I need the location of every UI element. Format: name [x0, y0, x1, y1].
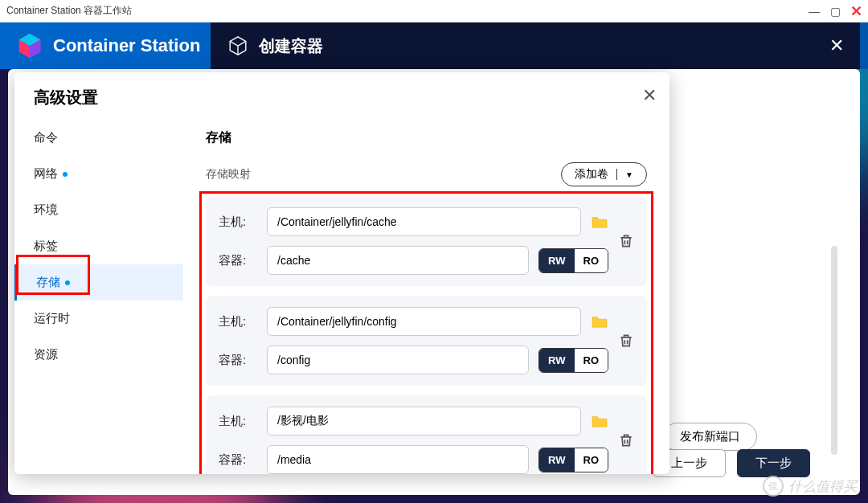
storage-panel-title: 存储 — [206, 129, 647, 146]
settings-close-icon[interactable]: ✕ — [642, 85, 657, 106]
trash-icon[interactable] — [618, 432, 634, 448]
sidebar-item-3[interactable]: 标签 — [14, 228, 183, 264]
host-path-input[interactable] — [267, 207, 581, 236]
maximize-button[interactable]: ▢ — [829, 6, 841, 17]
settings-title: 高级设置 — [14, 72, 669, 120]
next-step-button[interactable]: 下一步 — [737, 449, 810, 477]
window-title: Container Station 容器工作站 — [6, 4, 809, 18]
rwro-toggle: RW RO — [538, 248, 608, 273]
minimize-button[interactable]: — — [809, 6, 820, 17]
dot-indicator-icon — [65, 280, 70, 285]
sidebar-item-label: 网络 — [34, 166, 58, 180]
sidebar-item-label: 资源 — [34, 347, 58, 361]
folder-icon[interactable] — [591, 414, 608, 428]
modal-title: 创建容器 — [259, 35, 829, 57]
close-button[interactable]: ✕ — [850, 6, 862, 17]
folder-icon[interactable] — [591, 215, 608, 229]
ro-button[interactable]: RO — [575, 448, 608, 472]
chevron-down-icon[interactable]: ▼ — [625, 170, 633, 179]
sidebar-item-label: 存储 — [36, 275, 60, 288]
container-label: 容器: — [219, 253, 257, 268]
mapping-row: 主机: 容器: RW RO — [206, 395, 647, 474]
rw-button[interactable]: RW — [539, 349, 574, 372]
scrollbar[interactable] — [831, 246, 837, 455]
mapping-row: 主机: 容器: RW RO — [206, 196, 647, 286]
sidebar-item-label: 运行时 — [34, 311, 70, 325]
sidebar-item-2[interactable]: 环境 — [14, 192, 183, 228]
rwro-toggle: RW RO — [538, 448, 608, 472]
sidebar-item-5[interactable]: 运行时 — [14, 301, 183, 337]
trash-icon[interactable] — [618, 333, 634, 349]
container-label: 容器: — [219, 353, 257, 368]
host-label: 主机: — [219, 314, 257, 329]
sidebar-item-label: 标签 — [34, 239, 58, 252]
mapping-row: 主机: 容器: RW RO — [206, 296, 647, 386]
host-label: 主机: — [219, 414, 257, 429]
watermark: 值 什么值得买 — [763, 476, 857, 497]
ro-button[interactable]: RO — [575, 249, 608, 272]
sidebar-item-0[interactable]: 命令 — [14, 120, 183, 156]
folder-icon[interactable] — [591, 314, 608, 329]
ro-button[interactable]: RO — [575, 349, 608, 372]
rwro-toggle: RW RO — [538, 348, 608, 373]
add-volume-button[interactable]: 添加卷 ▼ — [561, 162, 647, 186]
app-logo-icon — [14, 31, 45, 61]
host-path-input[interactable] — [267, 307, 581, 336]
rw-button[interactable]: RW — [539, 249, 574, 272]
container-path-input[interactable] — [267, 246, 529, 275]
cube-icon — [227, 35, 249, 57]
sidebar-item-6[interactable]: 资源 — [14, 337, 183, 373]
dot-indicator-icon — [63, 172, 68, 177]
container-path-input[interactable] — [267, 346, 529, 374]
divider — [616, 169, 617, 180]
host-path-input[interactable] — [267, 407, 581, 436]
sidebar-item-label: 命令 — [34, 130, 58, 144]
container-path-input[interactable] — [267, 445, 529, 474]
add-volume-label: 添加卷 — [575, 167, 608, 182]
publish-port-button[interactable]: 发布新端口 — [663, 423, 757, 451]
settings-sidebar: 命令网络环境标签存储运行时资源 — [14, 120, 183, 474]
trash-icon[interactable] — [618, 233, 634, 249]
rw-button[interactable]: RW — [539, 448, 574, 472]
sidebar-item-label: 环境 — [34, 202, 58, 216]
storage-mapping-label: 存储映射 — [206, 167, 561, 182]
sidebar-item-1[interactable]: 网络 — [14, 156, 183, 192]
app-title: Container Station — [53, 35, 200, 56]
sidebar-item-4[interactable]: 存储 — [14, 264, 183, 301]
modal-close-icon[interactable]: ✕ — [829, 35, 844, 56]
host-label: 主机: — [219, 215, 257, 230]
container-label: 容器: — [219, 452, 257, 468]
